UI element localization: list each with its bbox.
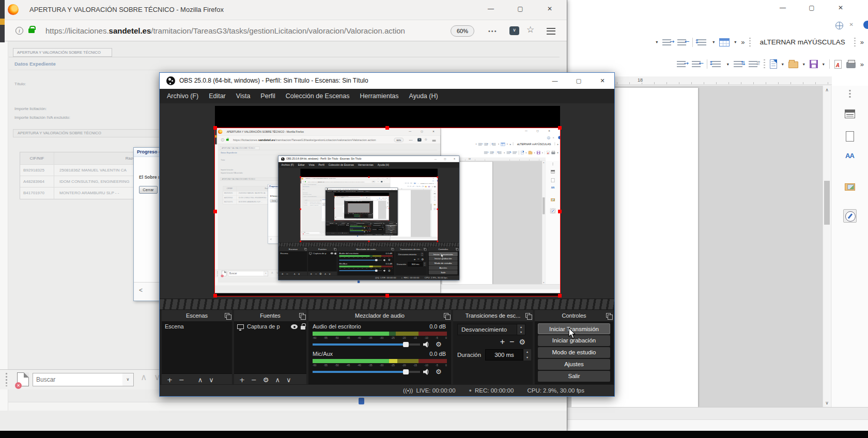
dropdown-icon[interactable]: ▾ <box>656 40 658 44</box>
move-source-down-icon[interactable]: ∨ <box>286 376 291 384</box>
scenes-list[interactable]: Escena <box>162 321 232 373</box>
globe-icon[interactable] <box>835 22 843 29</box>
add-transition-icon[interactable]: + <box>500 337 505 347</box>
studio-mode-button[interactable]: Modo de estudio <box>538 347 610 358</box>
firefox-close-button[interactable]: ✕ <box>537 0 563 18</box>
zoom-level-badge[interactable]: 60% <box>451 25 474 37</box>
close-small-icon[interactable]: ✕ <box>849 22 854 27</box>
menu-perfil[interactable]: Perfil <box>255 92 280 100</box>
hamburger-menu-icon[interactable] <box>547 28 555 35</box>
remove-scene-icon[interactable]: − <box>179 376 184 384</box>
decrease-indent-icon[interactable] <box>677 38 688 46</box>
menu-herramientas[interactable]: Herramientas <box>355 92 404 100</box>
scroll-down-icon[interactable]: ∨ <box>823 399 831 407</box>
channel2-volume-slider[interactable] <box>313 369 420 374</box>
selection-handle[interactable] <box>558 126 562 130</box>
sidebar-navigator-icon[interactable] <box>843 209 857 223</box>
transition-select[interactable]: Desvanecimiento ▴▾ <box>457 324 525 335</box>
sort-ascending-icon[interactable] <box>734 60 744 68</box>
print-icon[interactable] <box>846 62 856 68</box>
page-actions-icon[interactable]: ••• <box>488 25 498 37</box>
source-item[interactable]: Captura de p <box>234 321 306 332</box>
selection-handle[interactable] <box>558 210 562 213</box>
remove-transition-icon[interactable]: − <box>509 337 514 347</box>
lock-icon[interactable] <box>301 326 305 330</box>
save-icon[interactable] <box>810 60 818 68</box>
firefox-minimize-button[interactable]: — <box>478 0 504 18</box>
page-breadcrumb[interactable]: Datos Expediente <box>14 61 56 67</box>
toolbar-overflow[interactable]: » <box>860 38 864 46</box>
toggle-case-button[interactable]: aLTERNAR mAYÚSCULAS <box>755 37 849 47</box>
sidebar-gallery-icon[interactable] <box>845 183 855 191</box>
dock-resize-divider[interactable] <box>160 299 614 310</box>
channel1-volume-slider[interactable] <box>313 342 420 347</box>
scroll-up-icon[interactable]: ∧ <box>823 86 831 94</box>
visibility-eye-icon[interactable] <box>291 324 298 329</box>
popout-icon[interactable] <box>444 313 448 318</box>
popout-icon[interactable] <box>299 313 304 318</box>
bookmark-star-icon[interactable]: ☆ <box>526 24 534 35</box>
site-info-icon[interactable]: i <box>16 27 23 35</box>
sidebar-page-icon[interactable] <box>846 131 854 142</box>
add-source-icon[interactable]: + <box>239 376 245 384</box>
menu-archivo[interactable]: Archivo (F) <box>162 92 204 100</box>
sidebar-properties-icon[interactable] <box>845 110 855 118</box>
slider-handle[interactable] <box>403 369 409 374</box>
dropdown-icon[interactable]: ▾ <box>803 62 805 67</box>
dropdown-icon[interactable]: ▾ <box>727 62 729 67</box>
selection-handle[interactable] <box>385 126 389 130</box>
sort-descending-icon[interactable] <box>749 60 759 68</box>
writer-close-button[interactable]: ✕ <box>829 0 853 15</box>
line-spacing-icon[interactable] <box>712 60 722 68</box>
selection-handle[interactable] <box>213 126 217 130</box>
toolbar-overflow[interactable]: » <box>741 38 745 46</box>
popout-icon[interactable] <box>525 313 530 318</box>
source-properties-icon[interactable]: ⚙ <box>263 377 269 383</box>
obs-maximize-button[interactable]: ▢ <box>567 73 591 89</box>
scene-item[interactable]: Escena <box>162 321 232 332</box>
transition-properties-icon[interactable]: ⚙ <box>519 338 525 346</box>
pocket-icon[interactable]: ∨ <box>509 26 519 35</box>
sidebar-grip-icon[interactable] <box>849 90 850 98</box>
dropdown-icon[interactable]: ▾ <box>712 40 715 44</box>
sidebar-styles-icon[interactable]: AA <box>845 152 854 160</box>
writer-maximize-button[interactable]: ▢ <box>800 0 824 15</box>
dropdown-icon[interactable]: ▾ <box>734 40 736 44</box>
menu-ayuda[interactable]: Ayuda (H) <box>404 92 443 100</box>
https-lock-icon[interactable] <box>28 28 35 33</box>
move-scene-up-icon[interactable]: ∧ <box>198 376 203 384</box>
popout-icon[interactable] <box>225 313 229 318</box>
export-pdf-icon[interactable] <box>834 60 842 69</box>
selection-handle[interactable] <box>558 294 562 298</box>
add-scene-icon[interactable]: + <box>167 376 173 384</box>
increase-indent-icon[interactable] <box>662 38 673 46</box>
insert-table-icon[interactable] <box>719 38 730 46</box>
channel2-speaker-icon[interactable] <box>423 369 430 375</box>
settings-button[interactable]: Ajustes <box>538 359 610 370</box>
dropdown-icon[interactable]: ▾ <box>782 62 784 67</box>
menu-editar[interactable]: Editar <box>204 92 231 100</box>
sources-list[interactable]: Captura de p <box>234 321 306 373</box>
channel1-speaker-icon[interactable] <box>423 341 430 348</box>
capture-source-region[interactable]: — ▢ ✕ ✕ ▾ ▾ ▾ » aLTERNAR mAYÚSCULAS » <box>215 106 560 296</box>
popout-icon[interactable] <box>606 313 611 318</box>
line-spacing-icon[interactable] <box>698 38 708 46</box>
toolbar-overflow[interactable]: » <box>860 60 864 68</box>
writer-minimize-button[interactable]: — <box>771 0 795 15</box>
open-folder-icon[interactable] <box>788 61 798 68</box>
find-dropdown-icon[interactable]: ∨ <box>122 373 134 386</box>
menu-vista[interactable]: Vista <box>231 92 256 100</box>
new-document-icon[interactable] <box>770 59 777 69</box>
duration-value[interactable]: 300 ms <box>485 349 523 361</box>
page-tab-header[interactable]: APERTURA Y VALORACIÓN SOBRE TÉCNICO <box>13 48 112 57</box>
find-previous-icon[interactable]: ∧ <box>141 372 147 382</box>
obs-preview[interactable]: — ▢ ✕ ✕ ▾ ▾ ▾ » aLTERNAR mAYÚSCULAS » <box>160 103 614 299</box>
selection-handle[interactable] <box>213 210 217 213</box>
selection-handle[interactable] <box>385 294 389 298</box>
url-bar[interactable]: https://licitaciones.sandetel.es/tramita… <box>45 20 443 42</box>
dialog-close-button[interactable]: Cerrar <box>139 186 158 194</box>
increase-indent-icon[interactable] <box>677 60 687 68</box>
exit-button[interactable]: Salir <box>538 371 610 382</box>
vertical-scrollbar[interactable]: ∧ ∨ <box>823 86 830 407</box>
selection-handle[interactable] <box>213 294 217 298</box>
